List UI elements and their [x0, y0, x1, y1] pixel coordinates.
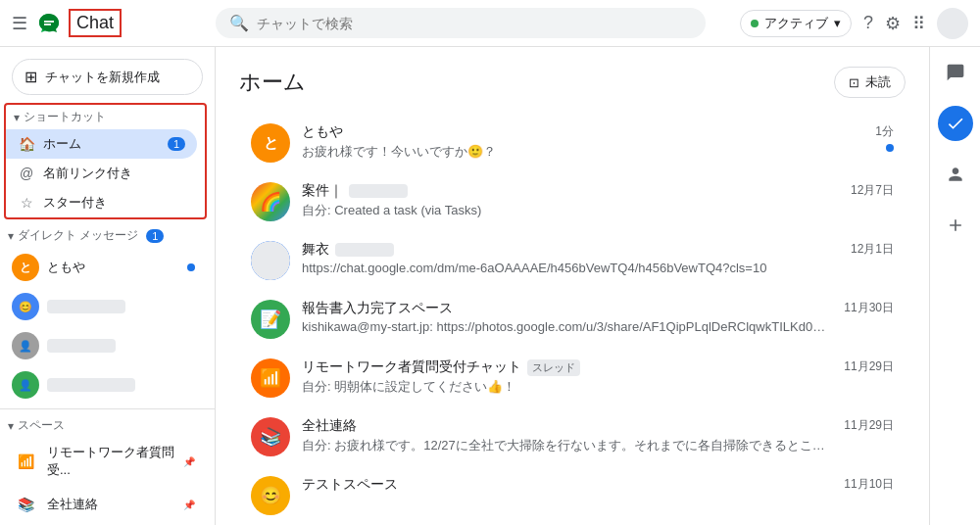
- anken-chat-meta: 12月7日: [851, 182, 894, 199]
- tomoya-chat-avatar: と: [251, 123, 290, 163]
- remote-chat-name: リモートワーク者質問受付チャット スレッド: [302, 358, 832, 376]
- test-chat-body: テストスペース: [302, 476, 832, 496]
- tomoya-label: ともや: [47, 259, 179, 276]
- report-chat-avatar: 📝: [251, 300, 290, 339]
- tomoya-avatar: と: [12, 254, 39, 281]
- new-chat-icon: ⊞: [24, 68, 37, 86]
- dm2-name-placeholder: [47, 300, 125, 313]
- chat-item-remote[interactable]: 📶 リモートワーク者質問受付チャット スレッド 自分: 明朝体に設定してください…: [239, 349, 906, 407]
- company-chat-time: 11月29日: [844, 417, 894, 434]
- chat-item-test[interactable]: 😊 テストスペース 11月10日: [239, 466, 906, 525]
- sidebar-item-home[interactable]: 🏠 ホーム 1: [6, 129, 197, 159]
- company-chat-name: 全社連絡: [302, 417, 832, 435]
- sidebar-item-dm4[interactable]: 👤: [0, 365, 207, 405]
- report-chat-body: 報告書入力完了スペース kishikawa@my-start.jp: https…: [302, 300, 832, 334]
- sidebar-item-starred[interactable]: ☆ スター付き: [6, 188, 197, 217]
- maie-chat-preview: https://chat.google.com/dm/me-6aOAAAAE/h…: [302, 261, 839, 275]
- chat-item-tomoya[interactable]: と ともや お疲れ様です！今いいですか🙂？ 1分: [239, 114, 906, 172]
- anken-chat-preview: 自分: Created a task (via Tasks): [302, 202, 839, 219]
- company-label: 全社連絡: [47, 496, 175, 513]
- dm-section: ▾ ダイレクト メッセージ 1 と ともや 😊 👤 👤: [0, 223, 215, 405]
- chevron-down-icon: ▾: [834, 16, 841, 30]
- chat-logo: Chat: [35, 9, 122, 37]
- sidebar-item-company[interactable]: 📚 全社連絡 📌: [0, 485, 207, 524]
- starred-label: スター付き: [43, 194, 185, 212]
- company-chat-avatar: 📚: [251, 417, 290, 456]
- topbar-left: ☰ Chat: [12, 9, 208, 37]
- maie-name-placeholder: [335, 243, 394, 257]
- test-chat-time: 11月10日: [844, 476, 894, 493]
- dm4-name-placeholder: [47, 378, 135, 392]
- star-icon: ☆: [18, 195, 35, 211]
- status-dot: [751, 20, 759, 27]
- spaces-label: スペース: [18, 417, 65, 434]
- search-input[interactable]: [257, 16, 692, 31]
- report-chat-time: 11月30日: [844, 300, 894, 316]
- contacts-icon[interactable]: [938, 157, 973, 192]
- sidebar-item-mentions[interactable]: @ 名前リンク付き: [6, 159, 197, 188]
- search-icon: 🔍: [229, 14, 249, 32]
- home-badge: 1: [168, 137, 185, 151]
- thread-tag: スレッド: [527, 359, 580, 376]
- maie-chat-avatar: [251, 241, 290, 280]
- anken-chat-name: 案件｜: [302, 182, 839, 200]
- maie-avatar-placeholder: [251, 241, 290, 280]
- menu-icon[interactable]: ☰: [12, 13, 27, 34]
- test-chat-meta: 11月10日: [844, 476, 894, 493]
- remote-label: リモートワーク者質問受...: [47, 444, 175, 479]
- dm-badge: 1: [146, 229, 164, 243]
- sidebar-item-dm2[interactable]: 😊: [0, 287, 207, 326]
- tomoya-chat-body: ともや お疲れ様です！今いいですか🙂？: [302, 123, 863, 161]
- spaces-header[interactable]: ▾ スペース: [0, 413, 215, 438]
- unread-button[interactable]: ⊡ 未読: [834, 67, 906, 98]
- test-chat-avatar: 😊: [251, 476, 290, 515]
- status-button[interactable]: アクティブ ▾: [740, 10, 852, 37]
- chat-item-maie[interactable]: 舞衣 https://chat.google.com/dm/me-6aOAAAA…: [239, 231, 906, 290]
- search-bar[interactable]: 🔍: [216, 8, 706, 38]
- new-chat-label: チャットを新規作成: [45, 69, 160, 86]
- sidebar: ⊞ チャットを新規作成 ▾ ショートカット 🏠 ホーム 1 @ 名前リンク付き …: [0, 47, 216, 525]
- home-icon: 🏠: [18, 136, 35, 152]
- remote-chat-preview: 自分: 明朝体に設定してください👍！: [302, 378, 832, 396]
- sidebar-item-remote[interactable]: 📶 リモートワーク者質問受... 📌: [0, 438, 207, 485]
- page-title: ホーム: [239, 68, 306, 97]
- content-header: ホーム ⊡ 未読: [239, 67, 906, 98]
- apps-icon[interactable]: ⠿: [912, 13, 925, 34]
- tasks-icon[interactable]: [938, 106, 973, 141]
- tomoya-chat-name: ともや: [302, 123, 863, 141]
- report-chat-meta: 11月30日: [844, 300, 894, 316]
- maie-chat-name: 舞衣: [302, 241, 839, 259]
- remote-pin-icon: 📌: [183, 456, 195, 467]
- logo-svg: [35, 10, 63, 37]
- test-chat-name: テストスペース: [302, 476, 832, 494]
- sidebar-item-dm3[interactable]: 👤: [0, 326, 207, 365]
- dm2-avatar: 😊: [12, 293, 39, 320]
- shortcuts-label: ショートカット: [24, 109, 106, 125]
- dm-collapse-icon: ▾: [8, 229, 14, 243]
- sidebar-item-tomoya[interactable]: と ともや: [0, 248, 207, 287]
- spaces-collapse-icon: ▾: [8, 419, 14, 433]
- anken-chat-avatar: 🌈: [251, 182, 290, 221]
- chat-panel-icon[interactable]: [938, 55, 973, 90]
- new-chat-button[interactable]: ⊞ チャットを新規作成: [12, 59, 203, 95]
- company-chat-meta: 11月29日: [844, 417, 894, 434]
- dm-header[interactable]: ▾ ダイレクト メッセージ 1: [0, 223, 215, 248]
- tomoya-chat-meta: 1分: [875, 123, 894, 152]
- company-chat-body: 全社連絡 自分: お疲れ様です。12/27に全社で大掃除を行ないます。それまでに…: [302, 417, 832, 454]
- help-icon[interactable]: ?: [863, 13, 873, 33]
- settings-icon[interactable]: ⚙: [885, 13, 901, 34]
- report-chat-preview: kishikawa@my-start.jp: https://photos.go…: [302, 319, 832, 334]
- chat-item-anken[interactable]: 🌈 案件｜ 自分: Created a task (via Tasks) 12月…: [239, 172, 906, 231]
- add-icon[interactable]: [938, 208, 973, 243]
- remote-chat-time: 11月29日: [844, 358, 894, 375]
- topbar: ☰ Chat 🔍 アクティブ ▾ ? ⚙ ⠿: [0, 0, 980, 47]
- chat-item-company[interactable]: 📚 全社連絡 自分: お疲れ様です。12/27に全社で大掃除を行ないます。それま…: [239, 407, 906, 466]
- shortcuts-header[interactable]: ▾ ショートカット: [6, 105, 205, 129]
- maie-chat-body: 舞衣 https://chat.google.com/dm/me-6aOAAAA…: [302, 241, 839, 275]
- chat-item-report[interactable]: 📝 報告書入力完了スペース kishikawa@my-start.jp: htt…: [239, 290, 906, 349]
- user-avatar[interactable]: [937, 8, 968, 39]
- main-content: ⊞ チャットを新規作成 ▾ ショートカット 🏠 ホーム 1 @ 名前リンク付き …: [0, 47, 980, 525]
- anken-chat-time: 12月7日: [851, 182, 894, 199]
- tomoya-unread-dot: [187, 263, 195, 271]
- sidebar-divider: [0, 408, 215, 409]
